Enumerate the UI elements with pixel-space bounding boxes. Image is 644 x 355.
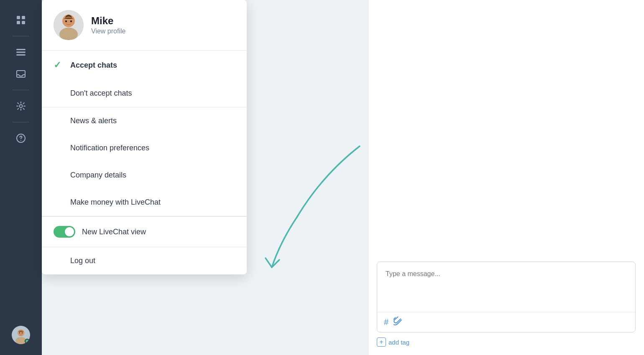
svg-rect-0 [17,16,20,19]
message-panel: # + add tag [368,0,644,355]
logout-item[interactable]: Log out [42,247,247,274]
settings-section: News & alerts Notification preferences C… [42,107,247,216]
checkmark-icon: ✓ [54,60,64,71]
attachment-icon[interactable] [394,317,402,328]
arrow-annotation [247,142,372,276]
sidebar-bottom [12,326,30,348]
inbox-icon[interactable] [12,65,30,83]
svg-rect-3 [22,21,25,24]
new-view-label: New LiveChat view [82,228,146,236]
profile-avatar [54,10,84,40]
profile-info: Mike View profile [91,15,125,35]
svg-point-10 [20,140,21,141]
toggle-section: New LiveChat view [42,216,247,247]
main-content: Mike View profile ✓ Accept chats Don't a… [42,0,644,355]
company-details-item[interactable]: Company details [42,162,247,189]
dont-accept-chats-item[interactable]: Don't accept chats [42,80,247,107]
make-money-label: Make money with LiveChat [70,198,161,207]
add-tag-plus-icon: + [377,337,386,347]
news-alerts-item[interactable]: News & alerts [42,107,247,134]
chat-status-section: ✓ Accept chats Don't accept chats [42,51,247,107]
dont-accept-chats-label: Don't accept chats [70,89,132,98]
svg-rect-6 [16,54,26,56]
svg-point-16 [22,332,23,333]
svg-rect-1 [22,16,25,19]
view-profile-link[interactable]: View profile [91,28,125,35]
accept-chats-item[interactable]: ✓ Accept chats [42,51,247,80]
svg-point-22 [70,20,72,22]
grid-icon[interactable] [12,11,30,29]
profile-section: Mike View profile [42,0,247,51]
help-icon[interactable] [12,129,30,147]
new-view-toggle[interactable] [54,226,75,238]
svg-rect-4 [16,49,26,50]
add-tag-label: add tag [388,339,409,346]
dropdown-menu: Mike View profile ✓ Accept chats Don't a… [42,0,247,274]
user-avatar[interactable] [12,326,30,344]
svg-rect-2 [17,21,20,24]
hashtag-icon[interactable]: # [384,317,388,327]
logout-label: Log out [70,256,95,265]
notification-prefs-label: Notification preferences [70,144,149,152]
sidebar-divider-2 [13,90,29,90]
sidebar-divider-3 [13,122,29,122]
sidebar [0,0,42,355]
svg-point-21 [65,20,67,22]
accept-chats-label: Accept chats [70,61,117,70]
add-tag-row: + add tag [368,332,644,347]
notification-prefs-item[interactable]: Notification preferences [42,134,247,162]
message-toolbar: # [377,312,635,332]
svg-point-8 [20,105,23,108]
svg-point-15 [19,332,20,333]
sidebar-nav [12,7,30,326]
settings-icon[interactable] [12,97,30,115]
company-details-label: Company details [70,171,126,180]
news-alerts-label: News & alerts [70,117,117,125]
list-icon[interactable] [12,43,30,61]
new-view-toggle-item: New LiveChat view [42,217,247,247]
profile-name: Mike [91,15,125,27]
online-badge [25,339,30,344]
make-money-item[interactable]: Make money with LiveChat [42,189,247,216]
message-input[interactable] [377,262,635,310]
sidebar-divider-1 [13,36,29,36]
add-tag-button[interactable]: + add tag [377,337,409,347]
svg-rect-5 [16,52,26,53]
message-input-area: # [377,261,636,332]
svg-point-20 [63,15,74,27]
